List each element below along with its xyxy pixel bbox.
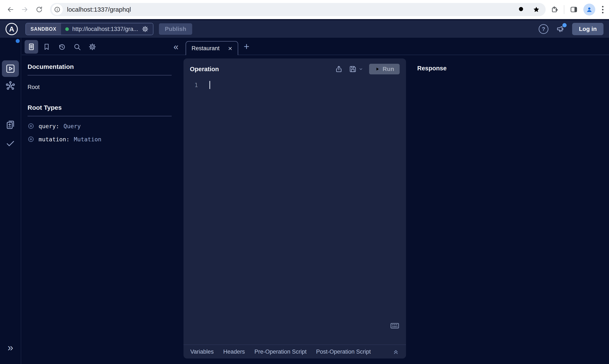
apollo-logo[interactable]: A: [5, 23, 18, 35]
forward-button[interactable]: [19, 3, 31, 16]
endpoint-url[interactable]: http://localhost:1337/gra...: [72, 26, 138, 32]
operation-title: Operation: [190, 66, 219, 73]
checkmark-icon: [5, 138, 16, 149]
documentation-icon: [27, 43, 35, 51]
bookmark-star-icon[interactable]: [532, 5, 541, 14]
root-types-title: Root Types: [27, 104, 172, 111]
url-text[interactable]: localhost:1337/graphql: [67, 6, 511, 13]
tab-saved-operations[interactable]: [40, 40, 53, 54]
back-arrow-icon: [7, 6, 14, 13]
reload-button[interactable]: [33, 3, 45, 16]
plus-icon: +: [244, 41, 249, 52]
plus-circle-icon[interactable]: [27, 123, 34, 130]
root-types-divider: [27, 116, 172, 116]
response-title: Response: [417, 65, 447, 72]
docs-root-link[interactable]: Root: [27, 84, 172, 91]
help-button[interactable]: ?: [539, 24, 548, 34]
plus-circle-icon[interactable]: [27, 136, 34, 143]
announcements-button[interactable]: [556, 24, 565, 34]
connection-settings-gear-icon[interactable]: [142, 26, 149, 33]
rail-item-graph[interactable]: [5, 80, 16, 91]
rail-item-changelog[interactable]: [5, 119, 16, 130]
site-info-button[interactable]: [52, 4, 63, 15]
share-icon[interactable]: [335, 65, 343, 73]
tab-documentation[interactable]: [25, 40, 38, 54]
run-label: Run: [383, 66, 394, 72]
keyboard-shortcuts-button[interactable]: [390, 321, 400, 331]
endpoint-field[interactable]: http://localhost:1337/gra...: [61, 23, 153, 35]
double-chevron-left-icon: «: [174, 42, 178, 52]
browser-menu-icon[interactable]: [601, 5, 605, 15]
mutation-type-link[interactable]: Mutation: [74, 136, 102, 143]
operation-tab-restaurant[interactable]: Restaurant ×: [186, 41, 238, 55]
sidebar-toolbar: «: [22, 38, 183, 55]
side-panel-icon[interactable]: [570, 5, 578, 13]
root-type-row-query: query: Query: [27, 123, 172, 130]
connection-status-dot: [65, 27, 69, 31]
tab-settings[interactable]: [86, 40, 99, 54]
login-button[interactable]: Log in: [572, 23, 604, 35]
extensions-icon[interactable]: [550, 5, 558, 13]
zoom-out-icon[interactable]: [517, 5, 526, 14]
expand-footer-button[interactable]: [392, 348, 399, 355]
query-field-name: query:: [39, 123, 59, 130]
tab-history[interactable]: [55, 40, 69, 54]
field-label: mutation: Mutation: [39, 136, 102, 143]
root-type-row-mutation: mutation: Mutation: [27, 136, 172, 143]
docs-title: Documentation: [27, 63, 172, 70]
footer-tab-variables[interactable]: Variables: [190, 349, 214, 355]
gear-icon: [88, 43, 96, 51]
forward-arrow-icon: [21, 6, 29, 13]
tab-search[interactable]: [70, 40, 84, 54]
docs-sidebar: « Documentation Root Root Types query: Q…: [22, 38, 183, 364]
graph-icon: [5, 80, 16, 91]
bookmark-icon: [43, 43, 51, 51]
text-caret: [209, 81, 210, 89]
profile-avatar[interactable]: [583, 4, 595, 15]
rail-item-checks[interactable]: [5, 138, 16, 149]
footer-tab-pre-operation-script[interactable]: Pre-Operation Script: [255, 349, 307, 355]
browser-chrome: localhost:1337/graphql: [0, 0, 609, 19]
app-window: localhost:1337/graphql A SAN: [0, 0, 609, 364]
toolbar-right-actions: ? Log in: [539, 23, 604, 35]
keyboard-icon: [390, 321, 400, 331]
publish-button[interactable]: Publish: [159, 23, 192, 35]
query-type-link[interactable]: Query: [64, 123, 81, 130]
announcement-notification-dot: [562, 23, 567, 27]
chrome-actions: [550, 4, 605, 15]
left-rail: »: [0, 38, 21, 364]
operation-header: Operation Run: [183, 58, 406, 80]
field-label: query: Query: [39, 123, 81, 130]
chrome-separator: [564, 5, 564, 14]
operation-actions: Run: [335, 64, 400, 74]
sandbox-badge: SANDBOX: [26, 23, 61, 35]
explorer-play-icon: [5, 63, 16, 74]
help-icon: ?: [542, 26, 545, 32]
search-icon: [73, 43, 81, 51]
new-tab-button[interactable]: +: [244, 41, 249, 51]
address-bar[interactable]: localhost:1337/graphql: [50, 3, 546, 16]
diff-pages-icon: [5, 119, 16, 130]
rail-notification-dot: [16, 39, 20, 43]
double-chevron-right-icon: »: [8, 342, 13, 353]
documentation-panel: Documentation Root Root Types query: Que…: [22, 55, 183, 143]
back-button[interactable]: [4, 3, 16, 16]
save-floppy-icon: [349, 65, 357, 73]
close-tab-icon[interactable]: ×: [228, 45, 232, 52]
chevron-down-icon[interactable]: [359, 67, 363, 71]
operation-panel: Operation Run: [183, 58, 406, 359]
reload-icon: [35, 6, 43, 13]
expand-rail-button[interactable]: »: [8, 342, 13, 352]
line-number: 1: [183, 82, 201, 88]
operation-editor[interactable]: 1: [183, 81, 406, 89]
rail-item-explorer-selected[interactable]: [2, 60, 19, 77]
save-button[interactable]: [349, 65, 363, 73]
run-button[interactable]: Run: [369, 64, 400, 74]
tabstrip-border: [22, 55, 609, 55]
response-panel: Response: [406, 58, 609, 364]
footer-tab-headers[interactable]: Headers: [223, 349, 245, 355]
history-clock-icon: [58, 43, 66, 51]
collapse-sidebar-button[interactable]: «: [171, 42, 181, 51]
apollo-toolbar: A SANDBOX http://localhost:1337/gra... P…: [0, 20, 609, 38]
footer-tab-post-operation-script[interactable]: Post-Operation Script: [316, 349, 371, 355]
